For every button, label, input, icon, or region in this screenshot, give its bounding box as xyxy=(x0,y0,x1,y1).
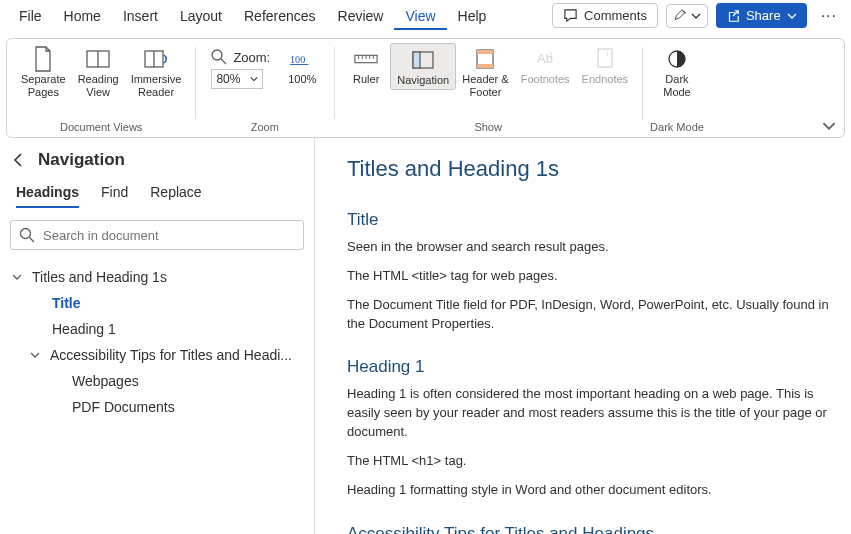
menu-insert[interactable]: Insert xyxy=(112,2,169,30)
menu-references[interactable]: References xyxy=(233,2,327,30)
tree-item-root[interactable]: Titles and Heading 1s xyxy=(10,264,304,290)
share-icon xyxy=(726,9,740,23)
chevron-down-icon xyxy=(12,272,26,282)
svg-rect-18 xyxy=(477,64,493,68)
doc-paragraph: Seen in the browser and search result pa… xyxy=(347,238,831,257)
tree-item-heading1[interactable]: Heading 1 xyxy=(10,316,304,342)
tab-replace[interactable]: Replace xyxy=(150,184,201,208)
svg-line-5 xyxy=(221,59,226,64)
reading-view-button[interactable]: ReadingView xyxy=(72,43,125,100)
page-icon xyxy=(31,47,55,71)
reading-view-label: ReadingView xyxy=(78,73,119,98)
navigation-pane: Navigation Headings Find Replace Titles … xyxy=(0,138,315,534)
immersive-reader-label: ImmersiveReader xyxy=(131,73,182,98)
group-label-document-views: Document Views xyxy=(60,121,142,135)
chevron-down-icon xyxy=(691,11,701,21)
editing-mode-button[interactable] xyxy=(666,4,708,28)
svg-line-25 xyxy=(30,238,35,243)
doc-paragraph: Heading 1 formatting style in Word and o… xyxy=(347,481,831,500)
footnotes-icon: Ab1 xyxy=(533,47,557,71)
back-arrow-icon[interactable] xyxy=(10,151,28,169)
tree-label: PDF Documents xyxy=(72,399,175,415)
endnotes-label: Endnotes xyxy=(582,73,628,86)
zoom-100-button[interactable]: 100 100% xyxy=(278,43,326,88)
group-label-darkmode: Dark Mode xyxy=(650,121,704,135)
header-footer-icon xyxy=(473,47,497,71)
svg-text:i: i xyxy=(607,50,609,57)
comments-label: Comments xyxy=(584,8,647,23)
immersive-reader-button[interactable]: ImmersiveReader xyxy=(125,43,188,100)
ruler-label: Ruler xyxy=(353,73,379,86)
headings-tree: Titles and Heading 1s Title Heading 1 Ac… xyxy=(10,264,304,420)
doc-heading-tips: Accessibility Tips for Titles and Headin… xyxy=(347,524,831,534)
group-label-show: Show xyxy=(474,121,502,135)
menu-layout[interactable]: Layout xyxy=(169,2,233,30)
tree-item-pdf[interactable]: PDF Documents xyxy=(10,394,304,420)
immersive-icon xyxy=(144,47,168,71)
svg-text:1: 1 xyxy=(549,51,553,58)
separate-pages-label: SeparatePages xyxy=(21,73,66,98)
menu-home[interactable]: Home xyxy=(53,2,112,30)
comments-button[interactable]: Comments xyxy=(552,3,658,28)
sidebar-tabs: Headings Find Replace xyxy=(10,184,304,208)
chevron-down-icon xyxy=(787,11,797,21)
group-label-zoom: Zoom xyxy=(251,121,279,135)
search-icon xyxy=(19,227,35,243)
navigation-button[interactable]: Navigation xyxy=(390,43,456,90)
sidebar-title: Navigation xyxy=(38,150,125,170)
menu-view[interactable]: View xyxy=(394,2,446,30)
search-input[interactable] xyxy=(43,228,295,243)
comment-icon xyxy=(563,8,578,23)
endnotes-button[interactable]: i Endnotes xyxy=(576,43,634,88)
ruler-icon xyxy=(354,47,378,71)
main-area: Navigation Headings Find Replace Titles … xyxy=(0,138,851,534)
tree-item-tips[interactable]: Accessibility Tips for Titles and Headi.… xyxy=(10,342,304,368)
tab-headings[interactable]: Headings xyxy=(16,184,79,208)
share-button[interactable]: Share xyxy=(716,3,807,28)
tab-find[interactable]: Find xyxy=(101,184,128,208)
tree-item-title[interactable]: Title xyxy=(10,290,304,316)
pen-icon xyxy=(673,9,687,23)
separate-pages-button[interactable]: SeparatePages xyxy=(15,43,72,100)
menu-bar: File Home Insert Layout References Revie… xyxy=(0,0,851,32)
tree-item-webpages[interactable]: Webpages xyxy=(10,368,304,394)
hundred-icon: 100 xyxy=(290,47,314,71)
book-icon xyxy=(86,47,110,71)
tree-label: Heading 1 xyxy=(52,321,116,337)
navigation-icon xyxy=(411,48,435,72)
ribbon: SeparatePages ReadingView ImmersiveReade… xyxy=(6,38,845,138)
menu-file[interactable]: File xyxy=(8,2,53,30)
share-label: Share xyxy=(746,8,781,23)
menu-review[interactable]: Review xyxy=(327,2,395,30)
chevron-down-icon xyxy=(250,75,258,83)
ribbon-collapse-button[interactable] xyxy=(822,119,836,133)
menu-help[interactable]: Help xyxy=(447,2,498,30)
zoom-select[interactable]: 80% xyxy=(211,69,263,89)
dark-mode-label: DarkMode xyxy=(663,73,691,98)
footnotes-button[interactable]: Ab1 Footnotes xyxy=(515,43,576,88)
svg-rect-21 xyxy=(598,49,612,67)
tree-label: Webpages xyxy=(72,373,139,389)
ribbon-group-document-views: SeparatePages ReadingView ImmersiveReade… xyxy=(7,39,195,137)
doc-paragraph: Heading 1 is often considered the most i… xyxy=(347,385,831,442)
doc-heading-main: Titles and Heading 1s xyxy=(347,156,831,182)
endnotes-icon: i xyxy=(593,47,617,71)
footnotes-label: Footnotes xyxy=(521,73,570,86)
doc-paragraph: The HTML <h1> tag. xyxy=(347,452,831,471)
navigation-label: Navigation xyxy=(397,74,449,87)
doc-heading-h1: Heading 1 xyxy=(347,357,831,377)
search-box[interactable] xyxy=(10,220,304,250)
header-footer-button[interactable]: Header &Footer xyxy=(456,43,514,100)
dark-mode-icon xyxy=(665,47,689,71)
zoom-title: Zoom: xyxy=(233,50,270,65)
zoom-value: 80% xyxy=(216,72,240,86)
doc-heading-title: Title xyxy=(347,210,831,230)
ruler-button[interactable]: Ruler xyxy=(342,43,390,88)
tree-label: Accessibility Tips for Titles and Headi.… xyxy=(50,347,292,363)
dark-mode-button[interactable]: DarkMode xyxy=(653,43,701,100)
ribbon-group-zoom: Zoom: 80% 100 100% Zoom xyxy=(195,39,334,137)
more-button[interactable]: ··· xyxy=(815,3,843,29)
tree-label: Title xyxy=(52,295,81,311)
tree-label: Titles and Heading 1s xyxy=(32,269,167,285)
document-view[interactable]: Titles and Heading 1s Title Seen in the … xyxy=(315,138,851,534)
